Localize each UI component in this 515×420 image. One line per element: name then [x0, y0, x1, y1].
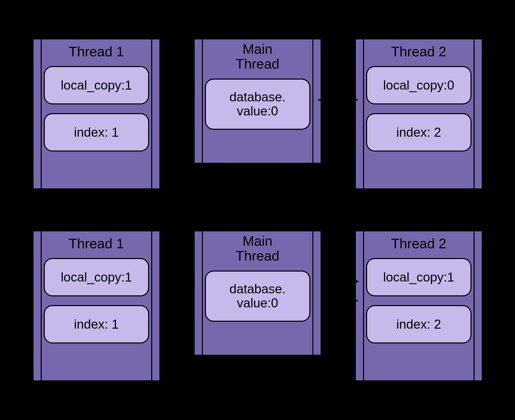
thread2-title: Thread 2 [366, 44, 472, 59]
thread2-local-copy: local_copy:1 [366, 258, 472, 296]
thread2-local-copy: local_copy:0 [366, 66, 472, 104]
thread2-index: index: 2 [366, 113, 472, 152]
thread2-index: index: 2 [366, 305, 472, 343]
main-thread-title: MainThread [205, 41, 310, 71]
thread1-local-copy: local_copy:1 [44, 258, 149, 296]
thread1-index: index: 1 [44, 305, 149, 343]
database-value: database.value:0 [205, 79, 310, 130]
diagram-row-2: Thread 1 local_copy:1 index: 1 MainThrea… [0, 230, 515, 381]
thread2-box: Thread 2 local_copy:0 index: 2 [355, 38, 483, 189]
thread1-index: index: 1 [44, 113, 149, 152]
thread1-local-copy: local_copy:1 [44, 66, 149, 104]
diagram-row-1: Thread 1 local_copy:1 index: 1 MainThrea… [0, 38, 515, 189]
main-thread-box: MainThread database.value:0 [194, 38, 322, 164]
thread2-box: Thread 2 local_copy:1 index: 2 [355, 230, 483, 381]
database-value: database.value:0 [205, 271, 310, 322]
thread1-title: Thread 1 [44, 44, 149, 59]
thread1-title: Thread 1 [44, 236, 149, 251]
main-thread-title: MainThread [205, 233, 310, 263]
main-thread-box: MainThread database.value:0 [194, 230, 322, 356]
thread1-box: Thread 1 local_copy:1 index: 1 [32, 230, 160, 381]
thread2-title: Thread 2 [366, 236, 472, 251]
thread1-box: Thread 1 local_copy:1 index: 1 [32, 38, 160, 189]
